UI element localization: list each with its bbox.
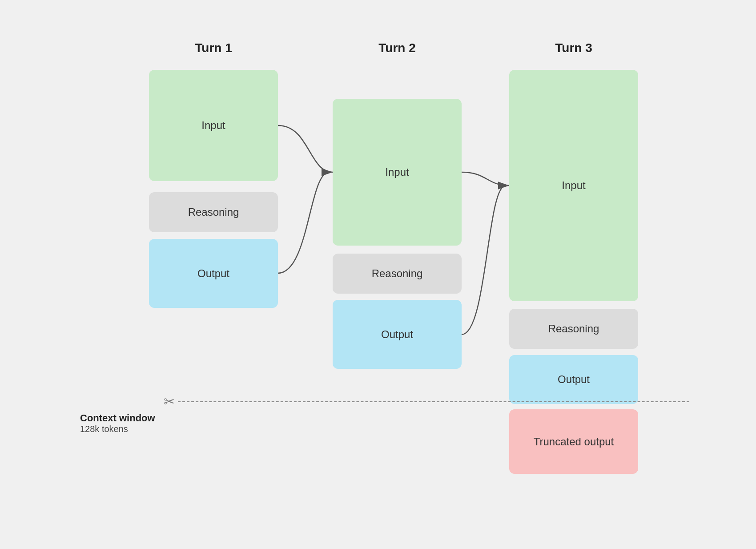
t3-reason-block: Reasoning bbox=[509, 309, 638, 349]
diagram: Turn 1 Turn 2 Turn 3 Input Reasoning Out… bbox=[67, 41, 689, 508]
t3-output-block: Output bbox=[509, 355, 638, 404]
t1-reason-block: Reasoning bbox=[149, 192, 278, 232]
t3-input-block: Input bbox=[509, 70, 638, 301]
scissors-icon: ✂ bbox=[164, 394, 175, 409]
context-window-line bbox=[178, 401, 689, 402]
t2-reason-block: Reasoning bbox=[333, 254, 462, 294]
t1-input-block: Input bbox=[149, 70, 278, 181]
context-window-label: Context window 128k tokens bbox=[80, 412, 155, 434]
turn3-label: Turn 3 bbox=[509, 41, 638, 55]
t1-output-block: Output bbox=[149, 239, 278, 308]
t2-input-block: Input bbox=[333, 99, 462, 246]
context-window-sub: 128k tokens bbox=[80, 424, 155, 434]
turn2-label: Turn 2 bbox=[333, 41, 462, 55]
context-window-title: Context window bbox=[80, 412, 155, 424]
turn1-label: Turn 1 bbox=[149, 41, 278, 55]
t3-truncated-block: Truncated output bbox=[509, 409, 638, 474]
t2-output-block: Output bbox=[333, 300, 462, 369]
